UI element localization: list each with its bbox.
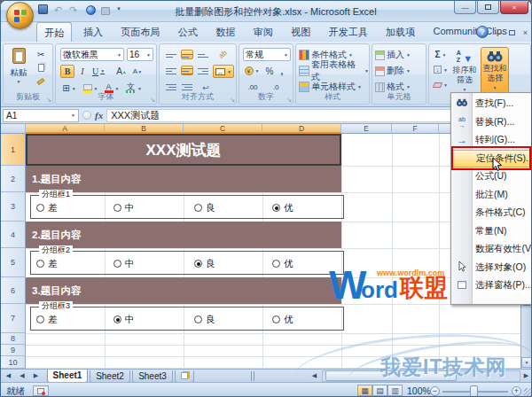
cell-a1-title[interactable]: XXX测试题: [26, 134, 341, 166]
copy-icon[interactable]: [34, 62, 48, 74]
tab-review[interactable]: 审阅: [246, 22, 280, 42]
menu-item-data-validation[interactable]: 数据有效性(V): [451, 240, 532, 259]
insert-cells-button[interactable]: 插入▼: [375, 47, 411, 63]
tab-home[interactable]: 开始: [36, 22, 72, 43]
page-break-view-button[interactable]: ▥: [387, 385, 403, 396]
radio-option-selected[interactable]: 中: [113, 314, 135, 325]
fill-icon[interactable]: ↓▼: [433, 64, 449, 75]
resize-grip[interactable]: [524, 388, 531, 397]
row-header-2[interactable]: 2: [1, 166, 26, 192]
select-all-corner[interactable]: [1, 124, 26, 134]
sheet-tab-sheet3[interactable]: Sheet3: [132, 370, 173, 383]
undo-icon[interactable]: ↶: [54, 4, 62, 16]
sheet-tab-sheet2[interactable]: Sheet2: [90, 370, 130, 383]
column-header-b[interactable]: B: [105, 124, 184, 134]
scroll-down-icon[interactable]: ▼: [521, 357, 532, 368]
align-left-icon[interactable]: [165, 66, 177, 75]
workbook-close-icon[interactable]: ×: [523, 28, 528, 37]
row-header-8[interactable]: 8: [1, 333, 26, 345]
bold-button[interactable]: B: [60, 65, 74, 78]
hscroll-left-icon[interactable]: ◀: [309, 370, 319, 382]
tab-page-layout[interactable]: 页面布局: [113, 22, 167, 42]
radio-option[interactable]: 差: [36, 258, 58, 269]
align-center-icon[interactable]: [181, 66, 193, 75]
row-header-9[interactable]: 9: [1, 345, 26, 356]
format-as-table-button[interactable]: 套用表格格式▼: [299, 63, 369, 79]
radio-option[interactable]: 中: [113, 258, 135, 269]
radio-option[interactable]: 差: [36, 202, 58, 214]
align-middle-icon[interactable]: [181, 50, 193, 59]
comma-icon[interactable]: ,: [278, 65, 286, 77]
column-header-a[interactable]: A: [26, 124, 105, 134]
sort-filter-button[interactable]: AZ ▼ 排序和筛选 ▼: [450, 47, 479, 98]
find-select-button[interactable]: 查找和选择 ▼: [481, 47, 509, 98]
page-layout-view-button[interactable]: ▤: [372, 385, 387, 396]
sheet-tab-sheet1[interactable]: Sheet1: [47, 370, 88, 383]
section-heading-2[interactable]: 2.题目内容: [26, 222, 341, 248]
font-name-select[interactable]: 微软雅黑▼: [60, 48, 124, 61]
delete-cells-button[interactable]: 删除▼: [375, 63, 411, 79]
menu-item-constants[interactable]: 常量(N): [451, 222, 532, 241]
close-button[interactable]: ×: [500, 1, 528, 17]
prev-sheet-icon[interactable]: ◀: [17, 370, 27, 382]
column-header-d[interactable]: D: [262, 124, 341, 134]
column-header-c[interactable]: C: [184, 124, 262, 134]
row-header-5[interactable]: 5: [1, 248, 26, 277]
menu-item-select-objects[interactable]: 选择对象(O): [451, 259, 532, 277]
save-icon[interactable]: [38, 4, 48, 16]
row-header-4[interactable]: 4: [1, 222, 26, 248]
zoom-in-icon[interactable]: +: [512, 386, 521, 396]
radio-option-selected[interactable]: 良: [194, 258, 215, 269]
grow-font-icon[interactable]: A▲: [114, 65, 129, 78]
tab-view[interactable]: 视图: [284, 22, 317, 42]
paste-button[interactable]: 粘贴 ▼: [7, 48, 30, 92]
font-dialog-launcher-icon[interactable]: ↘: [150, 97, 155, 103]
column-header-f[interactable]: F: [392, 124, 439, 134]
macro-record-button[interactable]: [33, 385, 49, 396]
row-header-6[interactable]: 6: [1, 277, 26, 304]
alignment-dialog-launcher-icon[interactable]: ↘: [230, 97, 235, 103]
tab-data[interactable]: 数据: [208, 22, 242, 42]
tab-formulas[interactable]: 公式: [171, 22, 205, 42]
tab-addins[interactable]: 加载项: [379, 22, 422, 42]
number-format-select[interactable]: 常规▼: [243, 48, 291, 61]
increase-indent-icon[interactable]: [181, 82, 193, 91]
menu-item-goto[interactable]: → 转到(G)...: [451, 131, 532, 150]
currency-icon[interactable]: ¥▼: [243, 65, 261, 77]
menu-item-find[interactable]: 查找(F)...: [451, 95, 532, 113]
menu-item-comments[interactable]: 批注(M): [451, 186, 532, 205]
redo-icon[interactable]: ↷: [69, 4, 77, 16]
underline-button[interactable]: U▼: [90, 65, 107, 78]
workbook-minimize-icon[interactable]: —: [495, 28, 503, 37]
tab-developer[interactable]: 开发工具: [322, 22, 375, 42]
zoom-slider-thumb[interactable]: [470, 385, 478, 397]
radio-option[interactable]: 中: [113, 202, 135, 214]
help-icon[interactable]: ?: [476, 26, 489, 38]
radio-option[interactable]: 优: [272, 258, 293, 269]
font-size-select[interactable]: 16▼: [127, 48, 153, 61]
cut-icon[interactable]: ✂: [34, 49, 48, 60]
tab-split-handle[interactable]: [251, 371, 254, 381]
percent-icon[interactable]: %: [264, 65, 275, 77]
row-header-3[interactable]: 3: [1, 192, 26, 222]
menu-item-replace[interactable]: ab→ 替换(R)...: [451, 113, 532, 132]
next-sheet-icon[interactable]: ▶: [31, 370, 41, 382]
normal-view-button[interactable]: ▦: [357, 385, 372, 396]
align-top-icon[interactable]: [165, 50, 177, 59]
row-header-1[interactable]: 1: [1, 134, 26, 166]
clear-icon[interactable]: ▼: [433, 79, 449, 90]
tab-insert[interactable]: 插入: [76, 22, 110, 42]
orientation-icon[interactable]: ab: [213, 44, 233, 64]
decrease-indent-icon[interactable]: [165, 82, 177, 91]
section-heading-3[interactable]: 3.题目内容: [26, 277, 341, 304]
record-icon[interactable]: [86, 5, 96, 17]
name-box[interactable]: A1▼: [3, 109, 79, 122]
merge-center-icon[interactable]: ↔▼: [213, 65, 234, 78]
insert-function-icon[interactable]: fx: [95, 110, 103, 121]
column-header-e[interactable]: E: [341, 124, 392, 134]
autosum-icon[interactable]: Σ▼: [433, 49, 449, 60]
menu-item-selection-pane[interactable]: 选择窗格(P)...: [451, 276, 532, 295]
clip-icon[interactable]: [101, 6, 110, 17]
first-sheet-icon[interactable]: ◀: [4, 370, 13, 382]
menu-item-conditional-formatting[interactable]: 条件格式(C): [451, 204, 532, 222]
